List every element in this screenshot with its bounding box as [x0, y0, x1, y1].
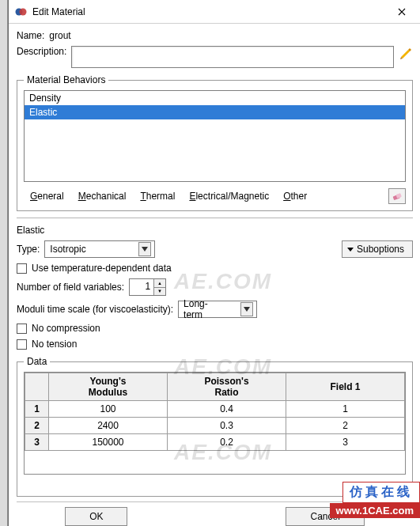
- temp-dependent-label: Use temperature-dependent data: [32, 263, 172, 274]
- separator: [17, 218, 413, 218]
- triangle-down-icon: [347, 248, 354, 252]
- table-corner: [25, 373, 49, 401]
- tab-general[interactable]: General: [24, 188, 70, 204]
- field-vars-spinner[interactable]: 1 ▲ ▼: [129, 278, 166, 296]
- data-group: Data Young'sModulus Poisson'sRatio Field…: [17, 356, 413, 497]
- close-icon: [398, 8, 406, 16]
- no-compression-checkbox[interactable]: [17, 324, 27, 334]
- row-number[interactable]: 3: [25, 434, 49, 451]
- col-poissons-ratio[interactable]: Poisson'sRatio: [168, 373, 286, 401]
- svg-point-1: [20, 8, 27, 15]
- data-legend: Data: [24, 356, 50, 367]
- type-dropdown[interactable]: Isotropic: [44, 240, 155, 258]
- cell-poissons-ratio[interactable]: 0.4: [168, 401, 286, 418]
- type-label: Type:: [17, 244, 40, 255]
- material-behaviors-legend: Material Behaviors: [24, 74, 108, 85]
- tab-thermal[interactable]: Thermal: [134, 188, 181, 204]
- suboptions-button[interactable]: Suboptions: [342, 240, 413, 258]
- no-tension-checkbox[interactable]: [17, 339, 27, 350]
- elastic-section-title: Elastic: [17, 225, 413, 236]
- no-compression-label: No compression: [32, 323, 100, 334]
- no-tension-label: No tension: [32, 339, 77, 350]
- cell-field-1[interactable]: 1: [286, 401, 405, 418]
- edit-material-dialog: Edit Material Name: grout Description:: [8, 0, 420, 526]
- chevron-down-icon: [138, 242, 151, 256]
- chevron-down-icon: [240, 302, 253, 316]
- moduli-label: Moduli time scale (for viscoelasticity):: [17, 304, 173, 315]
- spinner-down-button[interactable]: ▼: [154, 287, 165, 296]
- name-value: grout: [49, 30, 70, 41]
- no-tension-row[interactable]: No tension: [17, 339, 413, 350]
- temp-dependent-checkbox[interactable]: [17, 263, 27, 274]
- tab-mechanical[interactable]: Mechanical: [72, 188, 133, 204]
- behavior-item-density[interactable]: Density: [25, 91, 405, 105]
- table-row[interactable]: 11000.41: [25, 401, 405, 418]
- field-vars-value[interactable]: 1: [130, 279, 153, 295]
- window-title: Edit Material: [32, 6, 85, 17]
- table-row[interactable]: 31500000.23: [25, 434, 405, 451]
- data-table[interactable]: Young'sModulus Poisson'sRatio Field 1 11…: [24, 372, 406, 475]
- moduli-dropdown[interactable]: Long-term: [178, 301, 257, 318]
- field-vars-label: Number of field variables:: [17, 282, 124, 293]
- name-row: Name: grout: [17, 30, 413, 41]
- cell-field-1[interactable]: 2: [286, 418, 405, 434]
- cell-youngs-modulus[interactable]: 2400: [49, 418, 168, 434]
- cell-youngs-modulus[interactable]: 100: [49, 401, 168, 418]
- close-button[interactable]: [384, 1, 419, 23]
- spinner-up-button[interactable]: ▲: [154, 279, 165, 287]
- col-youngs-modulus[interactable]: Young'sModulus: [49, 373, 168, 401]
- pencil-icon: [399, 46, 413, 60]
- source-badge-url: www.1CAE.com: [330, 503, 420, 518]
- description-label: Description:: [17, 46, 66, 57]
- material-behaviors-group: Material Behaviors Density Elastic Gener…: [17, 74, 413, 211]
- cell-poissons-ratio[interactable]: 0.3: [168, 418, 286, 434]
- app-icon: [15, 6, 28, 18]
- no-compression-row[interactable]: No compression: [17, 323, 413, 334]
- source-badge-cn: 仿真在线: [342, 482, 420, 503]
- behavior-item-elastic[interactable]: Elastic: [25, 105, 405, 119]
- table-row[interactable]: 224000.32: [25, 418, 405, 434]
- description-input[interactable]: [71, 46, 394, 68]
- behavior-category-tabs: General Mechanical Thermal Electrical/Ma…: [24, 188, 406, 204]
- moduli-value: Long-term: [184, 298, 240, 320]
- delete-behavior-button[interactable]: [388, 188, 406, 204]
- temp-dependent-row[interactable]: Use temperature-dependent data: [17, 263, 413, 274]
- source-badge: 仿真在线 www.1CAE.com: [330, 482, 420, 518]
- description-row: Description:: [17, 46, 413, 68]
- tab-electrical-magnetic[interactable]: Electrical/Magnetic: [183, 188, 275, 204]
- edit-description-button[interactable]: [399, 46, 413, 60]
- type-value: Isotropic: [50, 244, 138, 255]
- cell-field-1[interactable]: 3: [286, 434, 405, 451]
- tab-other[interactable]: Other: [277, 188, 313, 204]
- name-label: Name:: [17, 30, 44, 41]
- eraser-icon: [392, 191, 403, 202]
- behaviors-list[interactable]: Density Elastic: [24, 90, 406, 182]
- ok-button[interactable]: OK: [65, 507, 127, 526]
- row-number[interactable]: 1: [25, 401, 49, 418]
- cell-youngs-modulus[interactable]: 150000: [49, 434, 168, 451]
- cell-poissons-ratio[interactable]: 0.2: [168, 434, 286, 451]
- dialog-content: Name: grout Description: Material Behavi…: [9, 24, 420, 526]
- col-field-1[interactable]: Field 1: [286, 373, 405, 401]
- app-sidebar-edge: [0, 0, 8, 526]
- suboptions-label: Suboptions: [357, 244, 404, 255]
- row-number[interactable]: 2: [25, 418, 49, 434]
- titlebar: Edit Material: [9, 0, 420, 24]
